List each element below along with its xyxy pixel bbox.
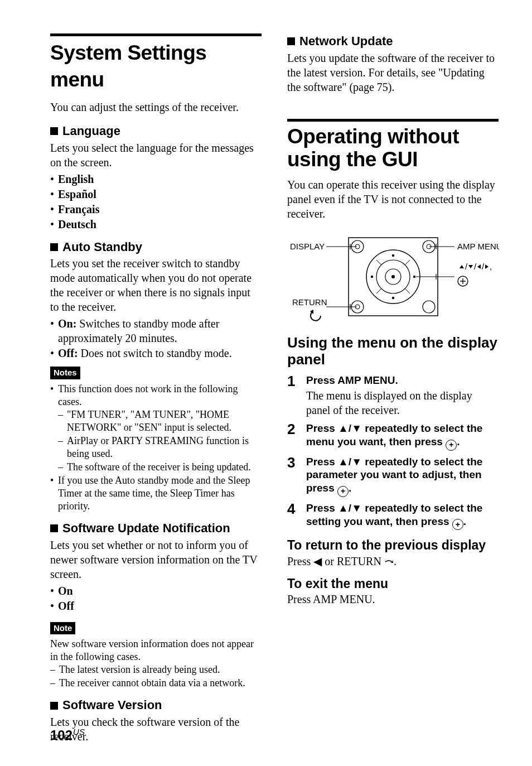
rule [287,119,499,122]
return-body: Press ◀ or RETURN ⤺. [287,554,499,569]
language-desc: Lets you select the language for the mes… [50,141,262,170]
svg-point-19 [423,301,435,313]
notes-body: This function does not work in the follo… [50,383,262,513]
note-case: The latest version is already being used… [50,663,262,676]
step-head: Press ▲/▼ repeatedly to select the param… [306,455,499,497]
label-return: RETURN [292,297,327,307]
heading-sw-update-notif: Software Update Notification [50,521,262,537]
title-gui: Operating without using the GUI [287,125,499,171]
right-column: Network Update Lets you update the softw… [287,33,499,746]
opt-deutsch: Deutsch [58,218,96,230]
step-1: 1 Press AMP MENU. The menu is displayed … [287,374,499,417]
label-arrows: / / / , [460,262,492,271]
svg-text:/: / [474,262,477,271]
note-case: The software of the receiver is being up… [58,461,262,474]
enter-icon: + [446,440,457,451]
heading-language: Language [50,123,262,139]
square-bullet-icon [287,37,295,45]
svg-text:/: / [482,262,485,271]
return-icon [310,310,321,321]
note-case: The receiver cannot obtain data via a ne… [50,677,262,690]
sw-update-notif-desc: Lets you set whether or not to inform yo… [50,538,262,581]
title-return: To return to the previous display [287,538,499,552]
sw-update-options: On Off [50,584,262,613]
svg-line-11 [376,288,381,293]
steps: 1 Press AMP MENU. The menu is displayed … [287,374,499,530]
step-number: 4 [287,502,298,531]
note-extra: If you use the Auto standby mode and the… [50,474,262,513]
enter-icon: + [337,486,349,497]
opt-off: Off: Does not switch to standby mode. [50,346,262,360]
svg-point-8 [413,276,415,278]
step-2: 2 Press ▲/▼ repeatedly to select the men… [287,422,499,451]
svg-text:/: / [465,262,468,271]
up-icon: ▲ [338,422,349,435]
heading-label: Auto Standby [62,239,142,256]
svg-line-12 [405,288,410,293]
step-number: 1 [287,374,298,417]
opt-english: English [58,173,94,185]
note-body: New software version information does no… [50,638,262,690]
title-system-settings: System Settings menu [50,40,262,93]
down-icon: ▼ [351,422,362,435]
opt-on: On [58,585,73,597]
gui-intro: You can operate this receiver using the … [287,177,499,221]
svg-text:,: , [490,262,492,271]
heading-sw-version: Software Version [50,697,262,714]
enter-icon: + [452,519,463,530]
note-case: "FM TUNER", "AM TUNER", "HOME NETWORK" o… [58,408,262,434]
network-update-desc: Lets you update the software of the rece… [287,51,499,94]
label-amp-menu: AMP MENU [457,242,499,251]
note-case: AirPlay or PARTY STREAMING function is b… [58,435,262,460]
exit-body: Press AMP MENU. [287,592,499,606]
enter-icon [458,276,468,286]
note-label: Note [50,622,75,635]
opt-on: On: Switches to standby mode after appro… [50,316,262,345]
page-number: 102US [50,726,85,744]
square-bullet-icon [50,127,58,135]
up-icon: ▲ [338,502,349,515]
square-bullet-icon [50,524,58,532]
step-number: 3 [287,455,298,497]
heading-label: Network Update [299,33,393,50]
heading-label: Software Version [62,697,162,714]
down-icon: ▼ [351,502,362,515]
svg-line-9 [376,260,381,265]
step-3: 3 Press ▲/▼ repeatedly to select the par… [287,455,499,497]
language-options: English Español Français Deutsch [50,172,262,232]
opt-espanol: Español [58,188,96,200]
step-head: Press ▲/▼ repeatedly to select the menu … [306,422,499,451]
svg-line-10 [405,260,410,265]
svg-point-5 [392,254,394,257]
remote-svg: DISPLAY AMP MENU RETURN / / / , [287,232,499,321]
rule [50,33,262,36]
svg-point-7 [371,276,373,278]
intro-text: You can adjust the settings of the recei… [50,100,262,114]
step-4: 4 Press ▲/▼ repeatedly to select the set… [287,502,499,531]
left-column: System Settings menu You can adjust the … [50,33,262,746]
step-number: 2 [287,422,298,451]
heading-network-update: Network Update [287,33,499,50]
step-head: Press ▲/▼ repeatedly to select the setti… [306,502,499,531]
down-icon: ▼ [351,455,362,469]
auto-standby-desc: Lets you set the receiver switch to stan… [50,256,262,314]
step-head: Press AMP MENU. [306,374,499,387]
up-icon: ▲ [338,455,349,469]
heading-label: Software Update Notification [62,521,230,537]
square-bullet-icon [50,702,58,710]
square-bullet-icon [50,243,58,251]
opt-off: Off [58,600,74,612]
notes-lead: This function does not work in the follo… [58,383,238,407]
remote-diagram: DISPLAY AMP MENU RETURN / / / , [287,232,499,321]
note-lead: New software version information does no… [50,638,262,663]
subtitle-menu: Using the menu on the display panel [287,335,499,368]
title-exit: To exit the menu [287,576,499,591]
step-desc: The menu is displayed on the display pan… [306,388,499,417]
svg-point-6 [392,297,394,299]
heading-label: Language [62,123,120,139]
opt-francais: Français [58,203,99,215]
notes-label: Notes [50,367,80,379]
left-icon: ◀ [313,554,322,569]
svg-point-4 [391,275,395,278]
return-icon: ⤺ [384,554,394,569]
